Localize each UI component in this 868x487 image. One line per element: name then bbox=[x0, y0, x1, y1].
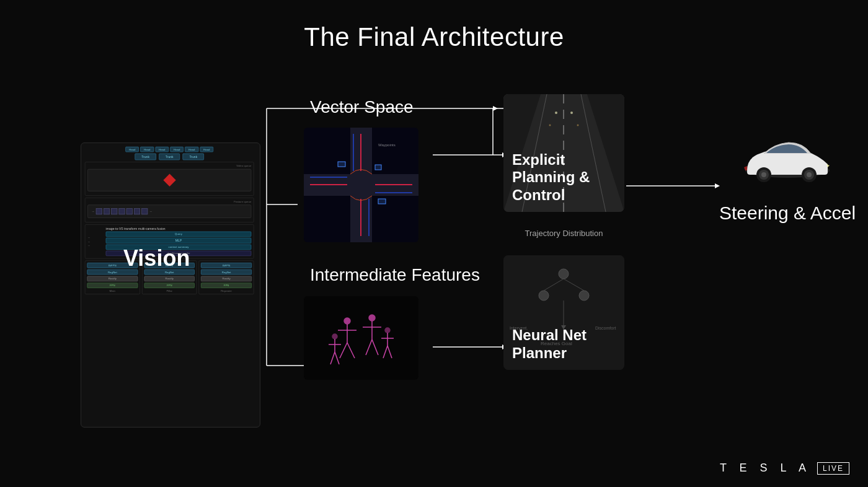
svg-point-57 bbox=[549, 125, 551, 126]
neural-net-planner-box: Intervent. Discomfort Reaches Goal Neura… bbox=[503, 255, 624, 370]
trunk-box: Trunk bbox=[159, 154, 180, 160]
explicit-planning-label: Explicit Planning & Control bbox=[503, 144, 624, 212]
svg-text:Waypoints: Waypoints bbox=[378, 143, 396, 147]
svg-point-76 bbox=[807, 172, 812, 177]
svg-line-49 bbox=[388, 346, 392, 358]
image-vs-label: image-to-VS transform multi-camera fusio… bbox=[106, 227, 252, 230]
trajectory-distribution-label: Trajectory Distribution bbox=[525, 229, 603, 239]
intermediate-features-label: Intermediate Features bbox=[310, 264, 480, 286]
svg-point-60 bbox=[559, 269, 569, 279]
svg-point-73 bbox=[761, 172, 766, 177]
page-title: The Final Architecture bbox=[0, 0, 868, 52]
svg-point-35 bbox=[369, 315, 375, 321]
vision-panel: Head Head Head Head Head Head Trunk Trun… bbox=[81, 143, 260, 428]
head-box: Head bbox=[170, 147, 184, 152]
main-cam-label: Main bbox=[87, 289, 138, 292]
neural-net-planner-label: Neural Net Planner bbox=[503, 319, 624, 370]
pillar-cam-label: Pillar bbox=[144, 289, 195, 292]
explicit-planning-box: Explicit Planning & Control bbox=[503, 94, 624, 212]
svg-line-48 bbox=[383, 346, 388, 358]
svg-line-39 bbox=[372, 340, 378, 355]
query-label: Query bbox=[106, 232, 252, 237]
head-box: Head bbox=[155, 147, 169, 152]
head-box: Head bbox=[125, 147, 139, 152]
mlp-label: MLP bbox=[106, 238, 252, 244]
head-box: Head bbox=[200, 147, 213, 152]
vision-label: Vision bbox=[123, 245, 190, 271]
feature-queue-label: Feature queue bbox=[87, 200, 251, 203]
live-badge: LIVE bbox=[817, 462, 849, 475]
svg-rect-26 bbox=[338, 162, 345, 167]
svg-point-30 bbox=[344, 318, 350, 324]
intermediate-features-image bbox=[304, 296, 418, 380]
svg-rect-27 bbox=[375, 165, 381, 170]
rectify-label: Rectify bbox=[87, 276, 138, 282]
trunk-box: Trunk bbox=[183, 154, 204, 160]
fpn-label: FPN bbox=[87, 283, 138, 288]
svg-point-56 bbox=[570, 112, 573, 114]
vector-space-label: Vector Space bbox=[310, 96, 414, 118]
svg-point-40 bbox=[332, 334, 337, 339]
car-image bbox=[738, 136, 837, 188]
svg-line-38 bbox=[366, 340, 372, 355]
steering-label: Steering & Accel bbox=[719, 201, 856, 225]
svg-point-62 bbox=[579, 291, 589, 301]
svg-line-43 bbox=[330, 352, 335, 364]
svg-point-55 bbox=[555, 112, 557, 114]
svg-line-34 bbox=[347, 343, 355, 358]
svg-line-44 bbox=[335, 352, 339, 364]
repeater-cam-label: Repeater bbox=[201, 289, 252, 292]
head-box: Head bbox=[140, 147, 154, 152]
video-queue-label: Video queue bbox=[87, 165, 251, 167]
svg-point-45 bbox=[385, 328, 390, 333]
svg-rect-28 bbox=[378, 199, 386, 204]
tesla-logo: T E S L A LIVE bbox=[720, 462, 849, 475]
trunk-box: Trunk bbox=[135, 154, 156, 160]
tesla-wordmark: T E S L A bbox=[720, 462, 811, 475]
vector-space-image: Waypoints bbox=[304, 128, 418, 242]
output-section: Steering & Accel bbox=[719, 136, 856, 225]
head-box: Head bbox=[185, 147, 198, 152]
svg-marker-1 bbox=[493, 106, 498, 111]
svg-point-58 bbox=[577, 125, 579, 126]
svg-point-61 bbox=[539, 291, 549, 301]
